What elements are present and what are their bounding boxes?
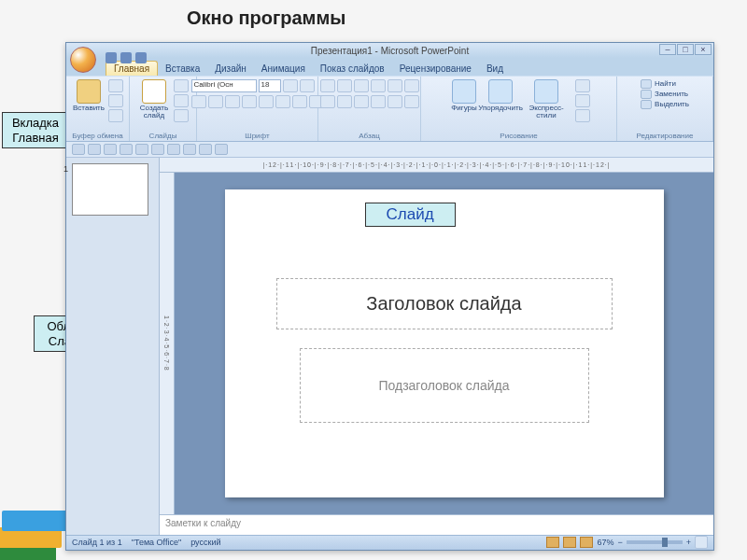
grow-font-icon[interactable] — [283, 79, 298, 92]
bold-icon[interactable] — [191, 95, 206, 108]
strike-icon[interactable] — [242, 95, 257, 108]
group-label-drawing: Рисование — [500, 132, 537, 140]
sub-icon[interactable] — [167, 144, 180, 155]
office-button[interactable] — [70, 47, 96, 73]
paste-button[interactable]: Вставить — [72, 79, 106, 112]
editor-area: |·12·|·11·|·10·|·9·|·8·|·7·|·6·|·5·|·4·|… — [160, 158, 713, 535]
sub-icon[interactable] — [88, 144, 101, 155]
align-left-icon[interactable] — [320, 95, 335, 108]
layout-icon[interactable] — [174, 79, 189, 92]
indent-dec-icon[interactable] — [354, 79, 369, 92]
change-case-icon[interactable] — [292, 95, 307, 108]
view-normal-icon[interactable] — [546, 537, 559, 548]
char-spacing-icon[interactable] — [275, 95, 290, 108]
shrink-font-icon[interactable] — [300, 79, 315, 92]
subtitle-placeholder[interactable]: Подзаголовок слайда — [300, 348, 589, 423]
align-text-icon[interactable] — [404, 95, 419, 108]
tab-animation[interactable]: Анимация — [254, 62, 313, 76]
tab-review[interactable]: Рецензирование — [392, 62, 479, 76]
zoom-out-icon[interactable]: − — [617, 538, 622, 547]
maximize-button[interactable]: □ — [677, 44, 694, 55]
close-button[interactable]: × — [695, 44, 712, 55]
sub-icon[interactable] — [135, 144, 148, 155]
ribbon-group-paragraph: Абзац — [318, 77, 421, 141]
replace-label: Заменить — [655, 90, 688, 98]
ribbon-group-drawing: Фигуры Упорядочить Экспресс-стили Рисова… — [421, 77, 617, 141]
zoom-slider[interactable] — [627, 540, 683, 544]
sub-icon[interactable] — [215, 144, 228, 155]
notes-pane[interactable]: Заметки к слайду — [160, 514, 713, 535]
indent-inc-icon[interactable] — [371, 79, 386, 92]
cut-icon[interactable] — [108, 79, 123, 92]
status-theme: "Тема Office" — [132, 538, 181, 547]
slide-canvas-viewport[interactable]: Слайд Заголовок слайда Подзаголовок слай… — [175, 173, 713, 514]
shape-effects-icon[interactable] — [575, 109, 590, 122]
group-label-slides: Слайды — [149, 132, 177, 140]
sub-icon[interactable] — [183, 144, 196, 155]
sub-icon[interactable] — [151, 144, 164, 155]
line-spacing-icon[interactable] — [388, 79, 402, 92]
fit-icon[interactable] — [695, 536, 708, 549]
arrange-button[interactable]: Упорядочить — [484, 79, 517, 112]
tab-insert[interactable]: Вставка — [158, 62, 207, 76]
view-slideshow-icon[interactable] — [580, 537, 593, 548]
qat-save-icon[interactable] — [106, 52, 117, 63]
new-slide-button[interactable]: Создать слайд — [137, 79, 171, 119]
minimize-button[interactable]: – — [659, 44, 676, 55]
title-placeholder[interactable]: Заголовок слайда — [276, 278, 613, 329]
sub-icon[interactable] — [199, 144, 212, 155]
sub-icon[interactable] — [104, 144, 117, 155]
copy-icon[interactable] — [108, 94, 123, 107]
shapes-icon — [452, 79, 476, 104]
format-painter-icon[interactable] — [108, 109, 123, 122]
reset-icon[interactable] — [174, 94, 189, 107]
sub-icon[interactable] — [72, 144, 85, 155]
ribbon-group-font: Calibri (Осн 18 Шрифт — [197, 77, 318, 141]
view-sorter-icon[interactable] — [563, 537, 576, 548]
tab-slideshow[interactable]: Показ слайдов — [313, 62, 392, 76]
shapes-label: Фигуры — [451, 105, 477, 112]
numbering-icon[interactable] — [337, 79, 352, 92]
work-area: |·12·|·11·|·10·|·9·|·8·|·7·|·6·|·5·|·4·|… — [66, 158, 713, 535]
shadow-icon[interactable] — [259, 95, 274, 108]
shapes-button[interactable]: Фигуры — [447, 79, 481, 112]
titlebar: Презентация1 - Microsoft PowerPoint – □ … — [66, 43, 713, 58]
group-label-paragraph: Абзац — [359, 132, 379, 140]
delete-slide-icon[interactable] — [174, 109, 189, 122]
zoom-in-icon[interactable]: + — [686, 538, 691, 547]
justify-icon[interactable] — [371, 95, 386, 108]
select-button[interactable]: Выделить — [641, 100, 689, 109]
new-slide-label: Создать слайд — [140, 105, 168, 119]
ruler-vertical: 1·2·3·4·5·6·7·8 — [160, 173, 175, 514]
sub-icon[interactable] — [120, 144, 133, 155]
italic-icon[interactable] — [208, 95, 223, 108]
slide-thumbnails-pane[interactable] — [66, 158, 160, 535]
slide-thumbnail-1[interactable] — [72, 163, 148, 216]
slide[interactable]: Слайд Заголовок слайда Подзаголовок слай… — [225, 189, 664, 497]
underline-icon[interactable] — [225, 95, 240, 108]
text-direction-icon[interactable] — [404, 79, 419, 92]
quick-styles-button[interactable]: Экспресс-стили — [520, 79, 572, 119]
align-center-icon[interactable] — [337, 95, 352, 108]
zoom-value[interactable]: 67% — [597, 538, 613, 547]
ribbon-group-editing: Найти Заменить Выделить Редактирование — [617, 77, 713, 141]
tab-design[interactable]: Дизайн — [207, 62, 254, 76]
qat-undo-icon[interactable] — [120, 52, 132, 63]
font-size-combo[interactable]: 18 — [259, 79, 281, 92]
tab-view[interactable]: Вид — [479, 62, 511, 76]
new-slide-icon — [142, 79, 166, 104]
qat-redo-icon[interactable] — [135, 52, 147, 63]
replace-icon — [641, 90, 652, 99]
columns-icon[interactable] — [388, 95, 402, 108]
shape-fill-icon[interactable] — [575, 79, 590, 92]
bullets-icon[interactable] — [320, 79, 335, 92]
shape-outline-icon[interactable] — [575, 94, 590, 107]
align-right-icon[interactable] — [354, 95, 369, 108]
find-button[interactable]: Найти — [641, 79, 676, 89]
arrange-label: Упорядочить — [478, 105, 523, 112]
status-slide-pos: Слайд 1 из 1 — [72, 538, 122, 547]
replace-button[interactable]: Заменить — [641, 90, 688, 99]
font-family-combo[interactable]: Calibri (Осн — [191, 79, 257, 92]
sub-toolbar — [66, 142, 713, 158]
status-lang[interactable]: русский — [190, 538, 220, 547]
